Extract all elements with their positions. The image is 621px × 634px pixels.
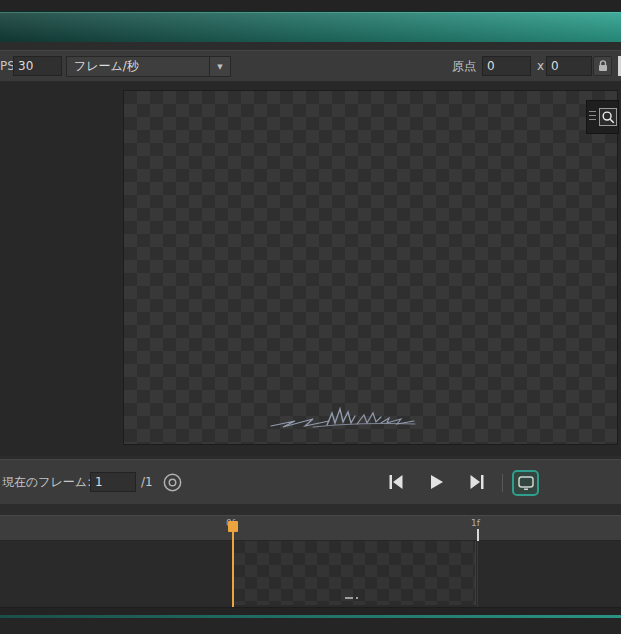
clip-marker-dot xyxy=(356,597,358,599)
skip-to-end-button[interactable] xyxy=(467,472,487,492)
origin-x-input[interactable] xyxy=(482,56,531,76)
play-icon xyxy=(426,472,446,492)
sprite-drawing xyxy=(269,404,419,434)
fps-toolbar: PS フレーム/秒 ▼ 原点 x xyxy=(0,50,621,82)
app-window: PS フレーム/秒 ▼ 原点 x xyxy=(0,0,621,634)
frame-boundary-guide xyxy=(477,541,478,607)
frame-total-label: /1 xyxy=(141,460,153,504)
ruler-mark-1f: 1f xyxy=(471,518,480,528)
controls-separator xyxy=(502,474,503,492)
zoom-fit-button[interactable] xyxy=(599,108,617,126)
loop-playback-button[interactable] xyxy=(512,470,539,496)
skip-end-icon xyxy=(467,472,487,492)
panel-grip-icon[interactable] xyxy=(589,111,596,123)
magnifier-icon xyxy=(601,110,616,125)
ruler-tick-1f xyxy=(477,529,479,541)
skip-to-start-button[interactable] xyxy=(386,472,406,492)
playhead-handle[interactable] xyxy=(228,521,238,532)
current-frame-input[interactable] xyxy=(90,472,136,492)
view-mini-panel xyxy=(586,100,619,134)
playhead-line xyxy=(232,530,234,607)
loop-icon xyxy=(516,474,536,492)
playback-control-bar: 現在のフレーム: /1 xyxy=(0,459,621,505)
origin-y-input[interactable] xyxy=(546,56,592,76)
origin-times-label: x xyxy=(537,51,544,81)
play-button[interactable] xyxy=(426,472,446,492)
canvas[interactable] xyxy=(123,90,618,445)
current-frame-label: 現在のフレーム: xyxy=(2,460,91,504)
bottom-dark-strip xyxy=(0,608,621,615)
frame-unit-dropdown[interactable]: フレーム/秒 ▼ xyxy=(66,56,231,77)
title-gradient-bar xyxy=(0,11,621,42)
lock-icon xyxy=(597,59,609,73)
skip-start-icon xyxy=(386,472,406,492)
fps-input[interactable] xyxy=(13,56,62,76)
timeline-ruler[interactable]: 0f 1f xyxy=(0,515,621,541)
clip-marker-dash xyxy=(345,597,353,599)
frame-unit-selected: フレーム/秒 xyxy=(67,57,230,76)
origin-label: 原点 xyxy=(452,51,476,81)
window-top-edge xyxy=(0,0,621,11)
loop-mode-button[interactable] xyxy=(160,470,185,495)
timeline-clip[interactable] xyxy=(233,541,476,605)
origin-lock-button[interactable] xyxy=(593,56,612,76)
bottom-status-strip xyxy=(0,618,621,634)
concentric-circles-icon xyxy=(161,471,184,494)
chevron-down-icon[interactable]: ▼ xyxy=(209,57,230,76)
